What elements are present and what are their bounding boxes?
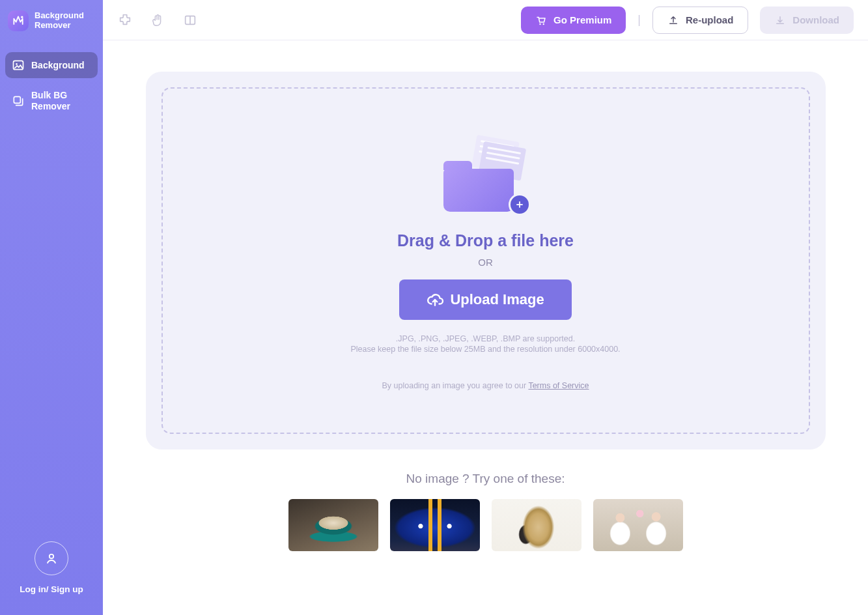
svg-point-2 [16, 63, 18, 65]
go-premium-label: Go Premium [553, 14, 611, 25]
sidebar-item-bulk[interactable]: Bulk BG Remover [5, 83, 98, 119]
samples-row [288, 499, 683, 551]
image-icon [12, 59, 25, 72]
svg-rect-3 [14, 96, 20, 103]
drop-zone[interactable]: Drag & Drop a file here OR Upload Image … [161, 87, 810, 434]
layers-icon [12, 94, 25, 107]
upload-hint-limits: Please keep the file size below 25MB and… [350, 345, 620, 354]
sample-image-woman[interactable] [492, 499, 581, 551]
plus-icon [509, 193, 531, 216]
topbar-divider: | [637, 13, 641, 27]
svg-point-4 [49, 554, 53, 558]
reupload-label: Re-upload [686, 14, 733, 25]
avatar-button[interactable] [35, 541, 68, 575]
svg-point-7 [543, 23, 544, 24]
login-link[interactable]: Log in/ Sign up [20, 584, 83, 594]
sample-image-car[interactable] [390, 499, 480, 551]
brand-title: Background Remover [35, 11, 84, 31]
sample-image-family[interactable] [593, 499, 683, 551]
brand-logo-icon [8, 10, 29, 31]
samples-title: No image ? Try one of these: [288, 472, 683, 486]
sidebar-bottom: Log in/ Sign up [5, 541, 98, 607]
download-button: Download [760, 7, 854, 34]
tool-hand-icon[interactable] [150, 12, 165, 28]
topbar-right: Go Premium | Re-upload Download [521, 7, 854, 34]
user-icon [44, 551, 59, 566]
folder-upload-icon [443, 137, 528, 216]
upload-image-button[interactable]: Upload Image [399, 279, 571, 320]
cloud-upload-icon [427, 291, 443, 308]
drop-title: Drag & Drop a file here [397, 231, 574, 250]
sidebar-item-background[interactable]: Background [5, 52, 98, 78]
svg-point-6 [539, 23, 540, 24]
tool-plugin-icon[interactable] [117, 12, 133, 28]
download-icon [774, 14, 786, 26]
sidebar-nav: Background Bulk BG Remover [5, 52, 98, 119]
tool-compare-icon[interactable] [182, 12, 198, 28]
svg-point-0 [21, 16, 23, 18]
main: Go Premium | Re-upload Download [103, 0, 868, 615]
tool-icons [117, 12, 198, 28]
sidebar: Background Remover Background Bulk BG Re… [0, 0, 103, 615]
tos-prefix: By uploading an image you agree to our [382, 381, 528, 390]
tos-link[interactable]: Terms of Service [528, 381, 589, 390]
or-text: OR [478, 257, 493, 268]
brand[interactable]: Background Remover [5, 8, 98, 40]
topbar: Go Premium | Re-upload Download [103, 0, 868, 40]
download-label: Download [792, 14, 839, 25]
content: Drag & Drop a file here OR Upload Image … [103, 40, 868, 615]
samples: No image ? Try one of these: [288, 472, 683, 551]
go-premium-button[interactable]: Go Premium [521, 7, 626, 34]
cart-icon [535, 14, 547, 26]
upload-tos: By uploading an image you agree to our T… [382, 381, 589, 390]
sample-image-coffee[interactable] [288, 499, 378, 551]
upload-image-label: Upload Image [450, 291, 544, 308]
sidebar-item-label: Bulk BG Remover [31, 90, 70, 112]
upload-card: Drag & Drop a file here OR Upload Image … [146, 72, 826, 450]
sidebar-item-label: Background [31, 60, 85, 71]
upload-icon [667, 14, 679, 26]
upload-hint-formats: .JPG, .PNG, .JPEG, .WEBP, .BMP are suppo… [396, 334, 575, 343]
reupload-button[interactable]: Re-upload [652, 7, 748, 34]
